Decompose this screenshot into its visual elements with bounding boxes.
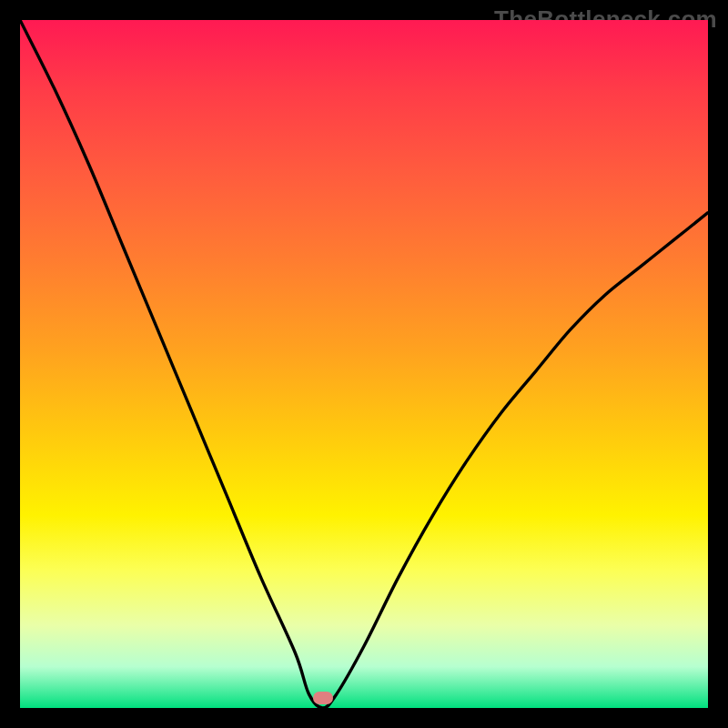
chart-frame: TheBottleneck.com [0,0,728,728]
optimum-marker [313,692,333,704]
plot-area [20,20,708,708]
bottleneck-curve [20,20,708,708]
